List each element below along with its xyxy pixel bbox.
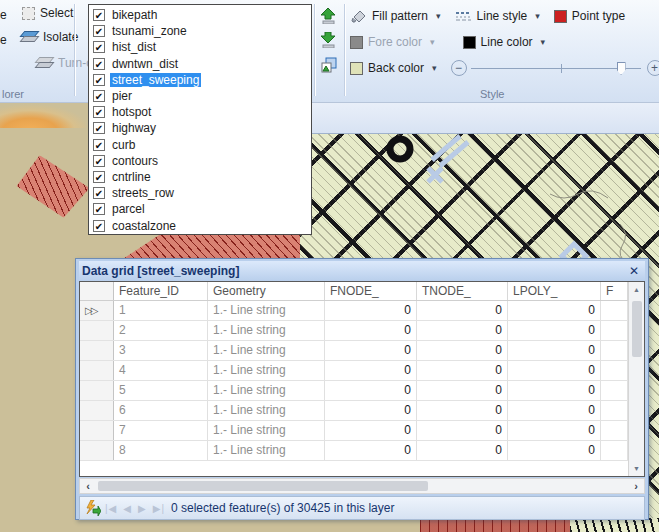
cell-geometry[interactable]: 1.- Line string [208,381,325,400]
cell-tnode[interactable]: 0 [417,361,508,380]
cell-feature_id[interactable]: 3 [114,341,208,360]
fore-color-dropdown[interactable]: Fore color ▾ [350,35,435,49]
checkbox-checked-icon[interactable]: ✔ [93,122,105,134]
layer-item-cntrline[interactable]: ✔cntrline [89,169,311,185]
checkbox-checked-icon[interactable]: ✔ [93,9,105,21]
transparency-slider[interactable]: − + [451,59,659,77]
column-header-selector[interactable] [80,282,114,300]
layer-item-hist_dist[interactable]: ✔hist_dist [89,39,311,55]
checkbox-checked-icon[interactable]: ✔ [93,187,105,199]
layer-item-street_sweeping[interactable]: ✔street_sweeping [89,72,311,88]
row-selector[interactable] [80,441,114,460]
layer-item-highway[interactable]: ✔highway [89,120,311,136]
cell-fcut[interactable] [601,441,628,460]
checkbox-checked-icon[interactable]: ✔ [93,90,105,102]
cell-tnode[interactable]: 0 [417,441,508,460]
cell-lpoly[interactable]: 0 [508,421,601,440]
checkbox-checked-icon[interactable]: ✔ [93,106,105,118]
scroll-left-icon[interactable]: ‹ [80,479,96,493]
cell-fnode[interactable]: 0 [325,401,417,420]
line-style-dropdown[interactable]: Line style ▾ [455,9,540,23]
cell-geometry[interactable]: 1.- Line string [208,301,325,320]
isolate-button[interactable]: Isolate [22,30,78,44]
table-row[interactable]: ▷▷11.- Line string000 [80,301,628,321]
checkbox-checked-icon[interactable]: ✔ [93,203,105,215]
cell-fcut[interactable] [601,401,628,420]
data-grid-titlebar[interactable]: Data grid [street_sweeping] ✕ [79,261,645,281]
nav-first-icon[interactable]: |◀ [105,503,117,514]
cell-lpoly[interactable]: 0 [508,401,601,420]
checkbox-checked-icon[interactable]: ✔ [93,41,105,53]
cell-fcut[interactable] [601,341,628,360]
cell-tnode[interactable]: 0 [417,421,508,440]
column-header-fcut[interactable]: F [601,282,628,300]
send-to-back-button[interactable] [317,54,340,76]
column-header-feature_id[interactable]: Feature_ID [114,282,208,300]
cut-button-2[interactable]: e [0,33,7,47]
cell-tnode[interactable]: 0 [417,321,508,340]
layer-move-up-button[interactable] [317,5,340,27]
layer-item-coastalzone[interactable]: ✔coastalzone [89,217,311,233]
layer-item-curb[interactable]: ✔curb [89,137,311,153]
slider-track[interactable] [471,68,641,69]
cell-fcut[interactable] [601,321,628,340]
table-row[interactable]: 81.- Line string000 [80,441,628,461]
column-header-lpoly[interactable]: LPOLY_ [508,282,601,300]
layer-item-contours[interactable]: ✔contours [89,153,311,169]
current-row-marker[interactable]: ▷▷ [80,301,114,320]
scroll-up-icon[interactable]: ▲ [633,282,640,297]
column-header-tnode[interactable]: TNODE_ [417,282,508,300]
table-row[interactable]: 61.- Line string000 [80,401,628,421]
cell-lpoly[interactable]: 0 [508,381,601,400]
cell-feature_id[interactable]: 2 [114,321,208,340]
slider-thumb[interactable] [617,62,626,75]
refresh-data-icon[interactable] [84,500,101,516]
cell-lpoly[interactable]: 0 [508,321,601,340]
horizontal-scrollbar[interactable]: ‹ › [79,478,645,494]
cell-lpoly[interactable]: 0 [508,301,601,320]
cell-lpoly[interactable]: 0 [508,341,601,360]
checkbox-checked-icon[interactable]: ✔ [93,25,105,37]
cell-geometry[interactable]: 1.- Line string [208,321,325,340]
close-icon[interactable]: ✕ [629,264,639,278]
cell-feature_id[interactable]: 6 [114,401,208,420]
cell-geometry[interactable]: 1.- Line string [208,441,325,460]
cell-geometry[interactable]: 1.- Line string [208,401,325,420]
table-row[interactable]: 31.- Line string000 [80,341,628,361]
cell-geometry[interactable]: 1.- Line string [208,361,325,380]
cell-feature_id[interactable]: 7 [114,421,208,440]
slider-plus-button[interactable]: + [647,60,659,76]
table-row[interactable]: 41.- Line string000 [80,361,628,381]
cell-tnode[interactable]: 0 [417,401,508,420]
cell-fcut[interactable] [601,381,628,400]
nav-next-icon[interactable]: ▶ [138,503,147,514]
checkbox-checked-icon[interactable]: ✔ [93,220,105,232]
cell-feature_id[interactable]: 1 [114,301,208,320]
cell-feature_id[interactable]: 5 [114,381,208,400]
cell-tnode[interactable]: 0 [417,381,508,400]
cell-fnode[interactable]: 0 [325,361,417,380]
layer-item-dwntwn_dist[interactable]: ✔dwntwn_dist [89,56,311,72]
cell-feature_id[interactable]: 4 [114,361,208,380]
cell-lpoly[interactable]: 0 [508,361,601,380]
checkbox-checked-icon[interactable]: ✔ [93,139,105,151]
back-color-dropdown[interactable]: Back color ▾ [350,61,437,75]
cell-fnode[interactable]: 0 [325,301,417,320]
scroll-down-icon[interactable]: ▼ [633,461,640,476]
row-selector[interactable] [80,341,114,360]
cell-fcut[interactable] [601,361,628,380]
layer-item-pier[interactable]: ✔pier [89,88,311,104]
cut-button-1[interactable]: e [0,8,7,22]
column-header-fnode[interactable]: FNODE_ [325,282,417,300]
table-row[interactable]: 71.- Line string000 [80,421,628,441]
cell-fnode[interactable]: 0 [325,421,417,440]
cell-geometry[interactable]: 1.- Line string [208,421,325,440]
cell-tnode[interactable]: 0 [417,301,508,320]
slider-minus-button[interactable]: − [451,60,467,76]
cell-fnode[interactable]: 0 [325,321,417,340]
layer-item-streets_row[interactable]: ✔streets_row [89,185,311,201]
layer-item-bikepath[interactable]: ✔bikepath [89,7,311,23]
cell-fnode[interactable]: 0 [325,441,417,460]
select-button[interactable]: Select [22,6,73,20]
vertical-scroll-thumb[interactable] [632,301,642,357]
